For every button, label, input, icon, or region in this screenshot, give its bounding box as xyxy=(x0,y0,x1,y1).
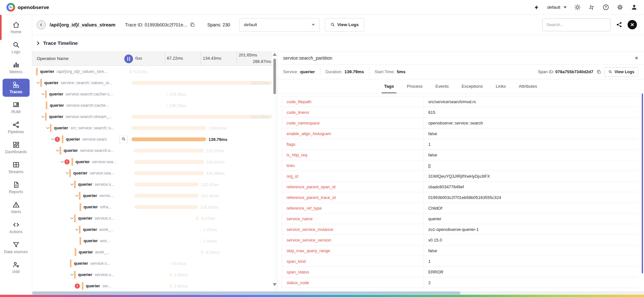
span-row[interactable]: querierservice::search::values_st... 263… xyxy=(32,77,272,88)
help-icon[interactable]: ? xyxy=(602,4,609,11)
sidebar: Home Logs Metrics Traces RUM Pipelines D… xyxy=(0,15,32,295)
expand-chevron-icon[interactable] xyxy=(41,115,45,118)
span-color-bar xyxy=(74,214,76,222)
horizontal-scrollbar-thumb[interactable] xyxy=(32,292,460,294)
column-resize-handle-icon[interactable] xyxy=(124,54,133,63)
span-row[interactable]: querier/api/{org_id}/_values_stre... 5.0… xyxy=(32,66,272,77)
span-row[interactable]: querierservice:search:stream_... 263.24m… xyxy=(32,111,272,122)
scroll-down-arrow-icon[interactable] xyxy=(273,283,277,286)
sidebar-item-data-sources[interactable]: Data sources xyxy=(3,239,30,257)
close-detail-icon[interactable]: × xyxy=(635,55,638,61)
span-row[interactable]: !querierservice:sea... 130.81ms xyxy=(32,156,272,167)
tag-key[interactable]: enable_align_histogram xyxy=(282,129,424,138)
span-row[interactable]: querierservice:s... 120.42ms xyxy=(32,179,272,190)
tag-key[interactable]: is_http_req xyxy=(282,150,424,160)
span-row[interactable]: queriersrc::service::search::s... 139.81… xyxy=(32,122,272,134)
expand-chevron-icon[interactable] xyxy=(46,126,50,130)
span-row[interactable]: querierservice:search:cache... 236.00us xyxy=(32,100,272,111)
tag-key[interactable]: links xyxy=(282,161,424,170)
theme-light-icon[interactable] xyxy=(574,4,581,11)
settings-gear-icon[interactable] xyxy=(616,4,623,11)
expand-chevron-icon[interactable] xyxy=(51,138,55,141)
expand-chevron-icon[interactable] xyxy=(75,194,79,197)
span-row[interactable]: querierinfra... 118.82ms xyxy=(32,201,272,213)
span-row[interactable]: querierservice:s... 20.00us xyxy=(32,258,272,269)
detail-scrollbar[interactable] xyxy=(642,94,643,273)
brand[interactable]: openobserve xyxy=(6,3,49,12)
span-row[interactable]: querierservice:s... 6.07ms xyxy=(32,213,272,224)
sidebar-item-dashboards[interactable]: Dashboards xyxy=(3,139,30,157)
sidebar-item-iam[interactable]: IAM xyxy=(3,259,30,277)
sidebar-item-metrics[interactable]: Metrics xyxy=(3,59,30,77)
sidebar-item-home[interactable]: Home xyxy=(3,19,30,37)
tab-attributes[interactable]: Attributes xyxy=(514,79,542,93)
sidebar-item-rum[interactable]: RUM xyxy=(3,99,30,117)
copy-trace-id-icon[interactable] xyxy=(190,22,195,27)
tag-key[interactable]: service_service_version xyxy=(282,235,424,245)
span-search-icon[interactable] xyxy=(119,135,128,143)
sidebar-item-logs[interactable]: Logs xyxy=(3,39,30,57)
stream-selector[interactable]: default xyxy=(239,18,320,32)
span-row[interactable]: querierwork_... 1.47ms xyxy=(32,224,272,235)
horizontal-scrollbar[interactable] xyxy=(32,291,644,295)
span-row[interactable]: querierservice:search:e... 131.15ms xyxy=(32,145,272,156)
tab-events[interactable]: Events xyxy=(430,79,454,93)
tag-key[interactable]: reference_parent_trace_id xyxy=(282,193,424,202)
tag-key[interactable]: reference_ref_type xyxy=(282,203,424,213)
span-row[interactable]: !querierser... 3.90ms xyxy=(32,280,272,291)
timeline-vertical-scrollbar[interactable] xyxy=(272,52,277,291)
tag-key[interactable]: status_code xyxy=(282,278,424,287)
sidebar-item-alerts[interactable]: Alerts xyxy=(3,199,30,217)
share-icon[interactable] xyxy=(616,22,622,28)
span-row[interactable]: querierservic... 120.40ms xyxy=(32,190,272,201)
expand-chevron-icon[interactable] xyxy=(36,81,40,84)
span-row[interactable]: querierservice:sea... 130.66ms xyxy=(32,167,272,179)
expand-chevron-icon[interactable] xyxy=(41,93,45,96)
user-profile-icon[interactable] xyxy=(630,4,638,11)
scrollbar-thumb[interactable] xyxy=(273,59,276,94)
span-row[interactable]: querierwor... 1.44ms xyxy=(32,235,272,246)
tag-key[interactable]: span_status xyxy=(282,267,424,277)
tab-tags[interactable]: Tags xyxy=(379,79,399,93)
sidebar-item-actions[interactable]: Actions xyxy=(3,219,30,237)
sidebar-item-reports[interactable]: Reports xyxy=(3,179,30,197)
sidebar-item-streams[interactable]: Streams xyxy=(3,159,30,177)
span-row[interactable]: querierwork_... 4.54ms xyxy=(32,246,272,258)
expand-chevron-icon[interactable] xyxy=(75,228,79,231)
expand-chevron-icon[interactable] xyxy=(65,172,69,175)
tag-key[interactable]: reference_parent_span_id xyxy=(282,182,424,192)
tag-key[interactable]: code_lineno xyxy=(282,108,424,117)
back-button[interactable] xyxy=(37,20,46,29)
tag-key[interactable]: service_name xyxy=(282,214,424,223)
scroll-up-arrow-icon[interactable] xyxy=(273,53,277,56)
span-row[interactable]: querierservice:search:cacher:c... 378.00… xyxy=(32,88,272,100)
tag-key[interactable]: span_kind xyxy=(282,257,424,266)
tag-key[interactable]: code_namespace xyxy=(282,118,424,128)
tag-key[interactable]: code_filepath xyxy=(282,97,424,106)
span-row[interactable]: querierservice:s... 3.95ms xyxy=(32,269,272,280)
sidebar-item-traces[interactable]: Traces xyxy=(3,79,30,97)
expand-chevron-icon[interactable] xyxy=(60,160,64,163)
expand-chevron-icon[interactable] xyxy=(70,217,74,220)
close-trace-button[interactable]: ✕ xyxy=(628,20,637,29)
tag-key[interactable]: service_service_instance xyxy=(282,225,424,234)
tag-key[interactable]: flags xyxy=(282,140,424,149)
span-row-selected[interactable]: !querierservice:searc 139.79ms xyxy=(32,134,272,145)
expand-chevron-icon[interactable] xyxy=(55,149,60,152)
sidebar-item-pipelines[interactable]: Pipelines xyxy=(3,119,30,137)
trace-timeline-section[interactable]: Trace Timeline xyxy=(32,35,644,52)
expand-chevron-icon[interactable] xyxy=(70,273,74,276)
org-selector[interactable]: default xyxy=(547,5,567,10)
expand-chevron-icon[interactable] xyxy=(70,183,74,186)
tab-exceptions[interactable]: Exceptions xyxy=(456,79,488,93)
view-logs-button[interactable]: View Logs xyxy=(325,18,365,32)
tab-links[interactable]: Links xyxy=(491,79,511,93)
copy-span-id-icon[interactable] xyxy=(596,69,601,74)
span-view-logs-button[interactable]: View Logs xyxy=(604,67,638,77)
tab-process[interactable]: Process xyxy=(402,79,428,93)
tag-key[interactable]: skip_max_query_range xyxy=(282,246,424,255)
tag-key[interactable]: org_id xyxy=(282,172,424,181)
ai-sparkle-icon[interactable] xyxy=(533,4,540,11)
search-input[interactable] xyxy=(542,18,611,31)
slack-icon[interactable] xyxy=(588,4,595,11)
